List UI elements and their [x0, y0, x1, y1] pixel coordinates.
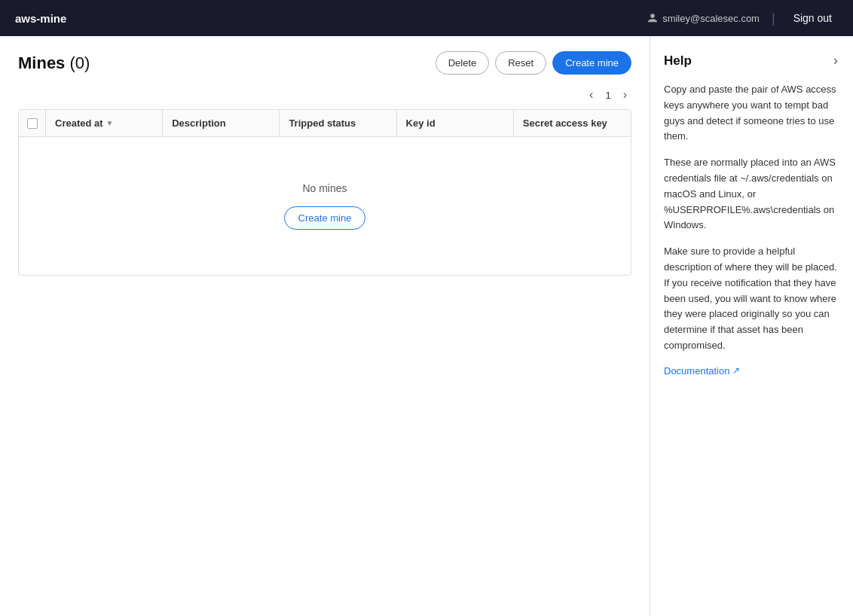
header-description: Description	[163, 110, 280, 136]
header-key-id: Key id	[397, 110, 514, 136]
main-layout: Mines (0) Delete Reset Create mine ‹ 1 ›	[0, 36, 853, 616]
current-page: 1	[601, 88, 615, 102]
help-panel: Help › Copy and paste the pair of AWS ac…	[650, 36, 853, 616]
page-title: Mines (0)	[18, 53, 90, 73]
help-paragraph-3: Make sure to provide a helpful descripti…	[664, 244, 839, 354]
help-body: Copy and paste the pair of AWS access ke…	[664, 82, 839, 377]
header-tripped-status: Tripped status	[280, 110, 396, 136]
table-empty-state: No mines Create mine	[19, 137, 631, 275]
app-brand: aws-mine	[15, 12, 66, 25]
empty-text: No mines	[302, 182, 347, 194]
pagination-bar: ‹ 1 ›	[18, 87, 631, 103]
nav-divider: |	[772, 11, 775, 26]
header-checkbox-cell	[19, 110, 46, 136]
help-paragraph-1: Copy and paste the pair of AWS access ke…	[664, 82, 839, 145]
header-created-at: Created at ▼	[46, 110, 163, 136]
header-secret-access-key: Secret access key	[514, 110, 631, 136]
external-link-icon: ↗	[732, 365, 740, 376]
sort-icon[interactable]: ▼	[106, 119, 114, 127]
prev-page-button[interactable]: ‹	[585, 87, 598, 103]
table-header-row: Created at ▼ Description Tripped status …	[19, 110, 631, 137]
top-navbar: aws-mine smiley@scalesec.com | Sign out	[0, 0, 853, 36]
help-paragraph-2: These are normally placed into an AWS cr…	[664, 155, 839, 233]
help-title: Help	[664, 53, 692, 69]
delete-button[interactable]: Delete	[436, 51, 490, 75]
user-icon	[647, 13, 658, 23]
user-info: smiley@scalesec.com	[647, 13, 760, 24]
page-header: Mines (0) Delete Reset Create mine	[18, 51, 631, 75]
select-all-checkbox[interactable]	[27, 118, 38, 129]
help-toggle-button[interactable]: ›	[832, 51, 839, 70]
user-email: smiley@scalesec.com	[662, 13, 760, 24]
header-actions: Delete Reset Create mine	[436, 51, 631, 75]
create-mine-inline-button[interactable]: Create mine	[284, 206, 366, 230]
create-mine-button[interactable]: Create mine	[552, 51, 631, 75]
content-area: Mines (0) Delete Reset Create mine ‹ 1 ›	[0, 36, 650, 616]
reset-button[interactable]: Reset	[495, 51, 546, 75]
nav-right: smiley@scalesec.com | Sign out	[647, 9, 838, 27]
mines-table: Created at ▼ Description Tripped status …	[18, 109, 631, 276]
signout-button[interactable]: Sign out	[787, 9, 838, 27]
help-header: Help ›	[664, 51, 839, 70]
next-page-button[interactable]: ›	[619, 87, 631, 103]
documentation-link[interactable]: Documentation ↗	[664, 365, 740, 377]
